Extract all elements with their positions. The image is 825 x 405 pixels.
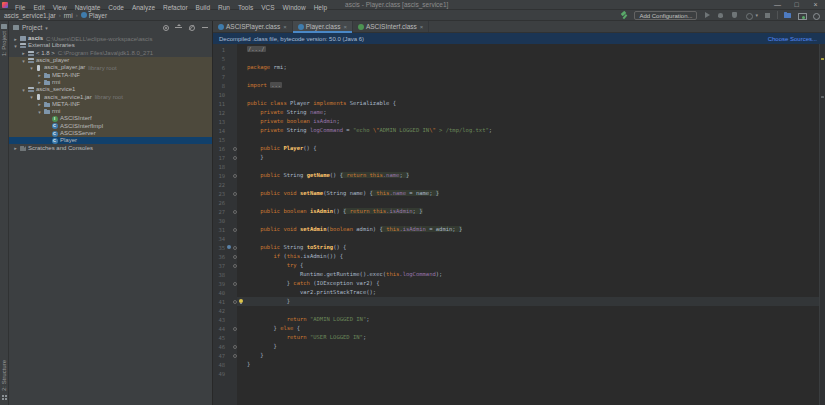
chevron-down-icon[interactable]: ▾ — [28, 94, 35, 100]
line-number: 39 — [213, 281, 226, 287]
close-button[interactable]: × — [806, 0, 825, 10]
stripe-mark[interactable] — [821, 96, 824, 98]
choose-sources-link[interactable]: Choose Sources... — [768, 36, 817, 42]
line-number: 26 — [213, 200, 226, 206]
coverage-icon[interactable] — [730, 11, 739, 20]
menu-view[interactable]: View — [49, 4, 71, 11]
menu-tools[interactable]: Tools — [234, 4, 257, 11]
menu-refactor[interactable]: Refactor — [159, 4, 192, 11]
stripe-mark-warning[interactable] — [821, 58, 824, 60]
search-everywhere-icon[interactable] — [811, 11, 820, 20]
folded-code[interactable]: { return this.isAdmin; } — [343, 208, 423, 214]
chevron-down-icon[interactable]: ▾ — [28, 65, 35, 71]
folder-icon — [43, 79, 50, 86]
code-token: public — [260, 172, 283, 178]
code-token: logCommand — [310, 127, 343, 133]
ide-window-icon[interactable] — [797, 11, 806, 20]
tree-item-1-8[interactable]: ▸< 1.8 >C:\Program Files\Java\jdk1.8.0_2… — [9, 50, 212, 57]
code-line: 7 — [213, 72, 825, 81]
chevron-right-icon[interactable]: ▸ — [12, 145, 19, 151]
tab-close-icon[interactable]: × — [343, 24, 347, 30]
tree-item-ascis-service1-jar[interactable]: ▾ascis_service1.jarlibrary root — [9, 93, 212, 100]
project-view-caret-icon[interactable]: ▾ — [45, 25, 48, 31]
chevron-right-icon[interactable]: ▸ — [36, 101, 43, 107]
code-line: 48} — [213, 360, 825, 369]
menu-code[interactable]: Code — [104, 4, 128, 11]
code-editor[interactable]: 1/.../56package rmi;78import ...1011publ… — [213, 44, 825, 405]
tree-item-rmi[interactable]: ▸rmi — [9, 79, 212, 86]
interface-icon — [51, 115, 58, 122]
chevron-down-icon[interactable]: ▾ — [20, 87, 27, 93]
error-stripe[interactable] — [819, 44, 825, 405]
chevron-down-icon[interactable]: ▾ — [12, 43, 19, 49]
tab-close-icon[interactable]: × — [420, 24, 424, 30]
gutter: 18 — [213, 162, 237, 171]
tool-button-project[interactable]: 1: Project — [1, 21, 7, 59]
tab-close-icon[interactable]: × — [283, 24, 287, 30]
run-icon[interactable] — [702, 11, 711, 20]
tree-item-ascisinterfimpl[interactable]: ASCISInterfImpl — [9, 123, 212, 130]
breadcrumb-item-ascis-service1-jar[interactable]: ascis_service1.jar — [4, 12, 56, 19]
tab-ascisplayer-class[interactable]: ASCISPlayer.class× — [213, 21, 293, 32]
profiler-icon[interactable] — [744, 11, 753, 20]
menu-file[interactable]: File — [11, 4, 29, 11]
code-token — [247, 190, 260, 196]
tree-item-meta-inf[interactable]: ▸META-INF — [9, 101, 212, 108]
tool-windows-grid-icon[interactable] — [2, 395, 7, 400]
menu-help[interactable]: Help — [310, 4, 331, 11]
menu-run[interactable]: Run — [214, 4, 234, 11]
tree-item-meta-inf[interactable]: ▸META-INF — [9, 71, 212, 78]
maximize-button[interactable]: □ — [787, 0, 806, 10]
tree-item-ascisinterf[interactable]: ASCISInterf — [9, 115, 212, 122]
gutter: 12 — [213, 108, 237, 117]
tree-item-rmi[interactable]: ▾rmi — [9, 108, 212, 115]
menu-build[interactable]: Build — [192, 4, 214, 11]
folded-code[interactable]: { return this.name; } — [340, 172, 410, 178]
breadcrumb-item-rmi[interactable]: rmi — [64, 12, 73, 19]
code-text: /.../ — [237, 45, 825, 54]
intention-bulb-icon[interactable] — [239, 299, 243, 303]
tab-ascisinterf-class[interactable]: ASCISInterf.class× — [353, 21, 429, 32]
chevron-right-icon[interactable]: ▸ — [20, 50, 27, 56]
hide-panel-icon[interactable] — [201, 24, 208, 31]
gutter: 43 — [213, 315, 237, 324]
tree-item-ascis-player-jar[interactable]: ▾ascis_player.jarlibrary root — [9, 64, 212, 71]
tree-item-ascis[interactable]: ▸ascisC:\Users\DELL\eclipse-workspace\as… — [9, 35, 212, 42]
menu-vcs[interactable]: VCS — [257, 4, 278, 11]
left-tool-stripe: 1: Project 2: Structure — [0, 21, 9, 405]
stop-icon[interactable] — [763, 11, 772, 20]
tree-item-ascisserver[interactable]: ASCISServer — [9, 130, 212, 137]
tree-item-ascis-player[interactable]: ▾ascis_player — [9, 57, 212, 64]
project-panel-title[interactable]: Project — [22, 24, 42, 31]
gutter: 17 — [213, 153, 237, 162]
chevron-right-icon[interactable]: ▸ — [12, 36, 19, 42]
tree-item-ascis-service1[interactable]: ▾ascis_service1 — [9, 86, 212, 93]
chevron-down-icon[interactable]: ▾ — [36, 109, 43, 115]
tree-item-player[interactable]: Player — [9, 137, 212, 144]
menu-navigate[interactable]: Navigate — [71, 4, 105, 11]
settings-gear-icon[interactable] — [188, 24, 195, 31]
build-hammer-icon[interactable] — [620, 11, 629, 20]
menu-analyze[interactable]: Analyze — [128, 4, 159, 11]
breadcrumb-item-player[interactable]: Player — [81, 12, 107, 19]
tool-button-structure[interactable]: 2: Structure — [1, 357, 7, 405]
tree-item-external-libraries[interactable]: ▾External Libraries — [9, 42, 212, 49]
debug-icon[interactable] — [716, 11, 725, 20]
menu-window[interactable]: Window — [279, 4, 310, 11]
chevron-down-icon[interactable]: ▾ — [20, 58, 27, 64]
folded-code[interactable]: { this.isAdmin = admin; } — [380, 226, 463, 232]
chevron-right-icon[interactable]: ▸ — [36, 72, 43, 78]
add-configuration-button[interactable]: Add Configuration... — [634, 11, 697, 20]
gutter: 39 — [213, 279, 237, 288]
minimize-button[interactable]: — — [768, 0, 787, 10]
profiler-dropdown-icon[interactable]: ▾ — [755, 12, 758, 18]
tab-player-class[interactable]: Player.class× — [293, 21, 353, 32]
code-token: String — [287, 109, 310, 115]
chevron-right-icon[interactable]: ▸ — [36, 79, 43, 85]
folded-code[interactable]: { this.name = name; } — [370, 190, 440, 196]
collapse-all-icon[interactable] — [175, 24, 182, 31]
sync-folder-icon[interactable] — [783, 11, 792, 20]
menu-edit[interactable]: Edit — [29, 4, 48, 11]
tree-item-scratches-and-consoles[interactable]: ▸Scratches and Consoles — [9, 144, 212, 151]
select-opened-file-icon[interactable] — [162, 24, 169, 31]
